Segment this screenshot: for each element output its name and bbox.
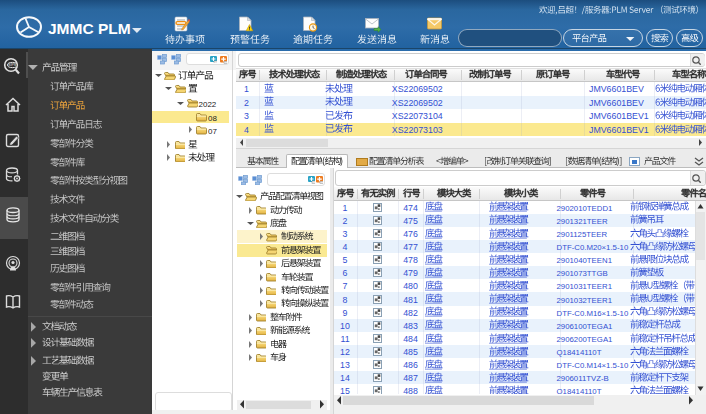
svg-text:SIPM: SIPM bbox=[8, 63, 17, 67]
